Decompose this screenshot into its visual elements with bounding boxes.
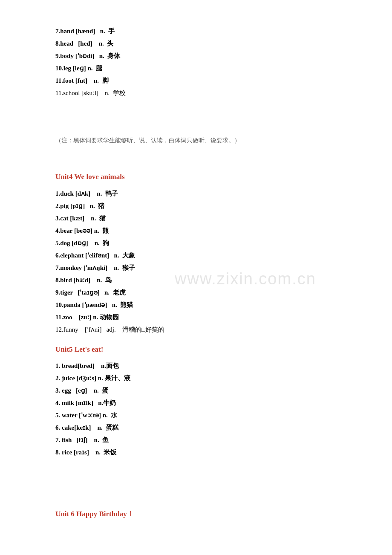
unit4-vocab-list: 1.duck [dʌk] n. 鸭子 2.pig [pɪɡ] n. 猪 3.ca… xyxy=(55,188,341,335)
list-item: 7.hand [hænd] n. 手 xyxy=(55,26,341,37)
list-item: 2. juice [dʒuːs] n. 果汁、液 xyxy=(55,373,341,384)
list-item: 7.monkey [ˈmʌŋki] n. 猴子 xyxy=(55,262,341,274)
list-item: 10.leg [leɡ] n. 腿 xyxy=(55,63,341,74)
unit6-title: Unit 6 Happy Birthday！ xyxy=(55,508,341,521)
list-item: 11.school [skuːl] n. 学校 xyxy=(55,87,341,99)
list-item: 3. egg [eɡ] n. 蛋 xyxy=(55,385,341,396)
list-item: 8. rice [raɪs] n. 米饭 xyxy=(55,447,341,458)
list-item: 5.dog [dɒɡ] n. 狗 xyxy=(55,237,341,249)
list-item: 6. cake[keɪk] n. 蛋糕 xyxy=(55,422,341,434)
list-item: 1. bread[bred] n.面包 xyxy=(55,360,341,372)
list-item: 8.head [hed] n. 头 xyxy=(55,38,341,49)
list-item: 9.body [ˈbɒdi] n. 身体 xyxy=(55,50,341,62)
unit4-title: Unit4 We love animals xyxy=(55,171,341,184)
top-vocab-list: 7.hand [hænd] n. 手 8.head [hed] n. 头 9.b… xyxy=(55,26,341,99)
list-item: 12.funny [ˈfʌni] adj. 滑稽的□好笑的 xyxy=(55,324,341,335)
list-item: 4.bear [beəə] n. 熊 xyxy=(55,225,341,237)
list-item: 8.bird [bɜːd] n. 鸟 xyxy=(55,275,341,286)
list-item: 4. milk [mɪlk] n.牛奶 xyxy=(55,397,341,409)
list-item: 11.foot [fut] n. 脚 xyxy=(55,75,341,87)
list-item: 1.duck [dʌk] n. 鸭子 xyxy=(55,188,341,199)
list-item: 5. water [ˈwɔːtə] n. 水 xyxy=(55,410,341,421)
list-item: 2.pig [pɪɡ] n. 猪 xyxy=(55,200,341,212)
unit5-title: Unit5 Let's eat! xyxy=(55,343,341,356)
list-item: 11.zoo [zuː] n. 动物园 xyxy=(55,312,341,323)
unit5-vocab-list: 1. bread[bred] n.面包 2. juice [dʒuːs] n. … xyxy=(55,360,341,458)
list-item: 3.cat [kæt] n. 猫 xyxy=(55,213,341,224)
note-text: （注：黑体词要求学生能够听、说、认读，白体词只做听、说要求。） xyxy=(55,136,341,146)
list-item: 7. fish [fɪʃ] n. 鱼 xyxy=(55,434,341,446)
list-item: 10.panda [ˈpændə] n. 熊猫 xyxy=(55,299,341,311)
list-item: 9.tiger [ˈtaɪɡə] n. 老虎 xyxy=(55,287,341,298)
list-item: 6.elephant [ˈelifənt] n. 大象 xyxy=(55,250,341,261)
